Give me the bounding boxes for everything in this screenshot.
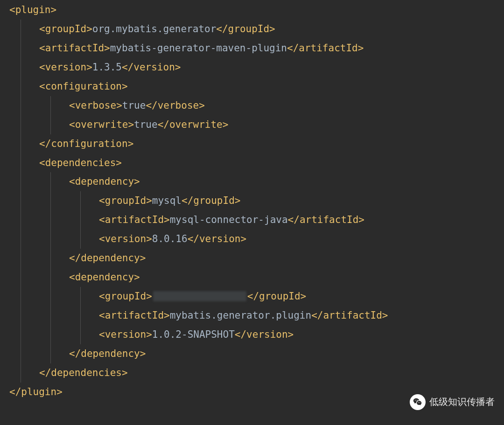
xml-tag: <groupId>: [99, 291, 152, 302]
code-line: <dependency>: [9, 268, 504, 287]
xml-tag: <version>: [99, 233, 152, 244]
xml-value: true: [134, 119, 158, 130]
xml-tag: <artifactId>: [99, 310, 170, 321]
code-line: <artifactId>mybatis.generator.plugin</ar…: [9, 306, 504, 325]
xml-tag: </configuration>: [39, 138, 133, 149]
code-line: <artifactId>mybatis-generator-maven-plug…: [9, 39, 504, 58]
code-line: <groupId>mysql</groupId>: [9, 191, 504, 210]
code-line: </dependencies>: [9, 363, 504, 383]
code-line: <verbose>true</verbose>: [9, 96, 504, 115]
xml-tag: <configuration>: [39, 81, 128, 92]
code-line: </dependency>: [9, 344, 504, 363]
xml-tag: </version>: [188, 233, 246, 244]
xml-value: true: [122, 100, 146, 111]
watermark-text: 低级知识传播者: [429, 393, 495, 411]
xml-tag: <artifactId>: [39, 42, 110, 54]
code-line: </dependency>: [9, 249, 504, 268]
xml-tag: </version>: [122, 62, 181, 73]
xml-tag: </artifactId>: [287, 42, 364, 54]
xml-tag: </artifactId>: [311, 310, 388, 321]
xml-tag: <version>: [99, 329, 152, 340]
redacted-value: [153, 291, 246, 301]
xml-tag: <dependency>: [69, 272, 140, 283]
code-line: <dependencies>: [9, 153, 504, 173]
xml-value: org.mybatis.generator: [92, 23, 217, 35]
code-line: <plugin>: [9, 0, 504, 20]
xml-tag: </groupId>: [182, 195, 240, 206]
xml-tag: <version>: [39, 62, 92, 73]
code-line: <dependency>: [9, 172, 504, 191]
code-line: <groupId></groupId>: [9, 287, 504, 306]
xml-tag: </overwrite>: [158, 119, 229, 130]
xml-tag: <artifactId>: [99, 214, 170, 225]
xml-tag: </dependency>: [69, 252, 146, 264]
xml-tag: </artifactId>: [288, 214, 364, 225]
xml-tag: </groupId>: [216, 23, 275, 35]
xml-tag: </version>: [235, 329, 294, 340]
xml-tag: <dependency>: [69, 176, 140, 187]
xml-value: mybatis-generator-maven-plugin: [110, 42, 287, 54]
code-line: <version>1.3.5</version>: [9, 58, 504, 77]
xml-tag: <dependencies>: [39, 157, 122, 168]
code-line: <groupId>org.mybatis.generator</groupId>: [9, 20, 504, 39]
xml-value: mybatis.generator.plugin: [170, 310, 311, 321]
code-line: <overwrite>true</overwrite>: [9, 115, 504, 134]
xml-value: 1.0.2-SNAPSHOT: [152, 329, 235, 340]
xml-tag: <overwrite>: [69, 119, 134, 130]
xml-value: mysql: [152, 195, 182, 206]
wechat-icon: [410, 394, 426, 410]
code-editor[interactable]: <plugin> <groupId>org.mybatis.generator<…: [0, 0, 504, 404]
xml-value: mysql-connector-java: [170, 214, 288, 225]
xml-tag: <plugin>: [9, 4, 56, 15]
xml-tag: </dependency>: [69, 348, 146, 359]
code-line: <artifactId>mysql-connector-java</artifa…: [9, 210, 504, 230]
xml-tag: </plugin>: [9, 386, 63, 397]
code-line: <version>8.0.16</version>: [9, 230, 504, 249]
xml-tag: </groupId>: [247, 291, 306, 302]
code-line: <configuration>: [9, 77, 504, 96]
xml-value: 1.3.5: [92, 62, 122, 73]
xml-tag: </verbose>: [146, 100, 204, 111]
xml-tag: <groupId>: [99, 195, 152, 206]
code-line: </configuration>: [9, 134, 504, 153]
xml-tag: </dependencies>: [39, 367, 128, 378]
watermark: 低级知识传播者: [410, 393, 495, 411]
xml-value: 8.0.16: [152, 233, 188, 244]
xml-tag: <groupId>: [39, 23, 92, 35]
xml-tag: <verbose>: [69, 100, 122, 111]
code-line: <version>1.0.2-SNAPSHOT</version>: [9, 325, 504, 344]
